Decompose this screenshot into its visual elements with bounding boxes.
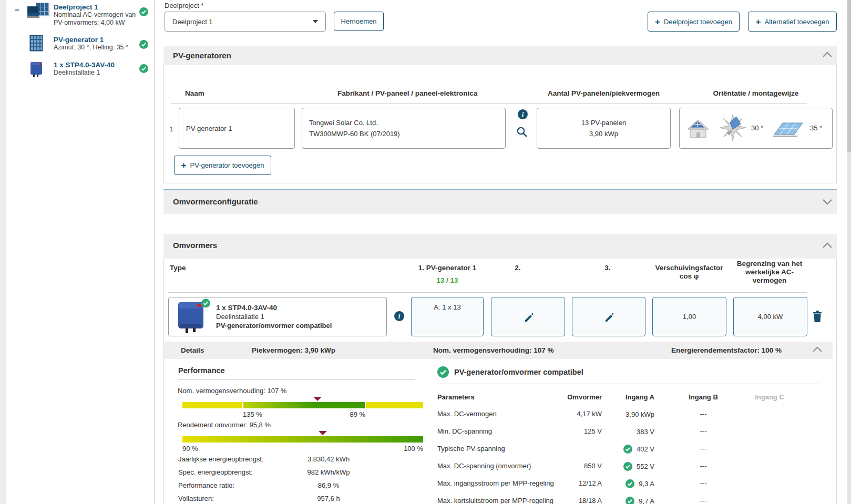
- info-icon[interactable]: i: [394, 311, 404, 321]
- deelproject-select[interactable]: Deelproject 1: [165, 12, 326, 32]
- col-type: Type: [170, 264, 186, 272]
- deelproject-label: Deelproject *: [165, 2, 203, 9]
- generator-name-input[interactable]: PV-generator 1: [179, 108, 295, 149]
- sidebar-item-subtitle: Deelinstallatie 1: [54, 69, 138, 77]
- peak-power-summary: Piekvermogen: 3,90 kWp: [252, 346, 335, 354]
- cosphi-box[interactable]: 1,00: [652, 297, 726, 336]
- add-alternative-label: Alternatief toevoegen: [765, 18, 829, 26]
- rename-button-label: Hernoemen: [341, 17, 377, 25]
- pencil-icon: [604, 312, 613, 322]
- panel-count-box[interactable]: 13 PV-panelen 3,90 kWp: [537, 108, 671, 149]
- metric-label: Performance ratio:: [178, 481, 234, 489]
- section-title: Omvormers: [173, 241, 217, 250]
- sidebar-item-title: Deelproject 1: [54, 3, 138, 11]
- azimuth-compass-icon: [719, 114, 747, 142]
- status-ok-icon: [139, 7, 148, 16]
- tilt-value: 35 °: [810, 124, 822, 132]
- inverter-type-title: 1 x STP4.0-3AV-40: [216, 303, 332, 312]
- metric-value: 86,9 %: [284, 481, 373, 489]
- pencil-icon: [524, 312, 533, 322]
- orientation-box[interactable]: 30 ° 35 °: [679, 108, 833, 149]
- info-icon[interactable]: i: [518, 109, 528, 119]
- input-b-box[interactable]: [491, 297, 565, 336]
- add-subproject-button[interactable]: + Deelproject toevoegen: [648, 12, 740, 32]
- chevron-down-icon[interactable]: [821, 197, 834, 208]
- details-bar[interactable]: Details Piekvermogen: 3,90 kWp Nom. verm…: [164, 342, 833, 359]
- inverter-config-section-header[interactable]: Omvormerconfiguratie: [163, 189, 837, 214]
- energy-factor-summary: Energierendementsfactor: 100 %: [671, 346, 782, 354]
- chevron-up-icon[interactable]: [812, 345, 823, 355]
- scrollbar-thumb[interactable]: [847, 0, 851, 152]
- metric-value: 3.830,42 kWh: [284, 455, 373, 463]
- inverter-subinstallation: Deelinstallatie 1: [216, 312, 332, 321]
- efficiency-gauge: [182, 436, 423, 443]
- sidebar-item-subtitle: PV-omvormers: 4,00 kW: [54, 19, 138, 27]
- power-ratio-gauge: [182, 402, 423, 408]
- pv-generators-section-header[interactable]: PV-generatoren: [163, 46, 837, 65]
- section-title: Omvormerconfiguratie: [173, 197, 258, 206]
- gauge-marker-icon: [319, 431, 327, 435]
- sidebar-item-inverter[interactable]: 1 x STP4.0-3AV-40 Deelinstallatie 1: [54, 61, 138, 77]
- ac-limit-box[interactable]: 4,00 kW: [733, 297, 807, 336]
- inverter-type-box[interactable]: 1 x STP4.0-3AV-40 Deelinstallatie 1 PV-g…: [168, 297, 387, 336]
- inverters-section-header[interactable]: Omvormers: [163, 234, 837, 259]
- cosphi-value: 1,00: [683, 313, 696, 321]
- sidebar-item-subtitle: Nominaal AC-vermogen van: [54, 11, 138, 19]
- left-scroll-strip[interactable]: [0, 0, 6, 504]
- check-icon: [626, 497, 634, 504]
- sidebar-item-deelproject[interactable]: Deelproject 1 Nominaal AC-vermogen van P…: [54, 3, 138, 27]
- generator-name-value: PV-generator 1: [186, 125, 232, 132]
- search-icon[interactable]: [516, 126, 528, 138]
- sidebar-item-subtitle: Azimut: 30 °; Helling: 35 °: [54, 44, 138, 52]
- project-tree: − Deelproject 1 Nominaal AC-vermogen van…: [6, 0, 155, 504]
- collapse-toggle[interactable]: −: [15, 5, 19, 14]
- chevron-up-icon[interactable]: [821, 241, 834, 252]
- metric-label: Spec. energieopbrengst:: [178, 468, 253, 476]
- roof-house-icon: [685, 116, 709, 141]
- plus-icon: +: [756, 17, 761, 26]
- inverter-small-icon: [26, 2, 50, 20]
- section-title: PV-generatoren: [173, 51, 231, 60]
- pv-module-icon: [29, 35, 43, 52]
- sidebar-item-title: PV-generator 1: [54, 36, 138, 44]
- col-generator1: 1. PV-generator 1: [405, 264, 489, 272]
- metric-label: Vollasturen:: [178, 495, 214, 502]
- check-icon: [623, 445, 632, 454]
- rename-button[interactable]: Hernoemen: [334, 12, 384, 31]
- chevron-up-icon[interactable]: [821, 50, 834, 61]
- deelproject-select-value: Deelproject 1: [172, 18, 213, 26]
- metric-value: 957,6 h: [284, 495, 373, 502]
- manufacturer-name: Tongwei Solar Co. Ltd.: [309, 119, 498, 127]
- check-icon: [626, 479, 634, 488]
- sidebar-item-pv-generator[interactable]: PV-generator 1 Azimut: 30 °; Helling: 35…: [54, 36, 138, 52]
- col-aantal: Aantal PV-panelen/piekvermogen: [537, 89, 671, 97]
- compat-title: PV-generator/omvormer compatibel: [454, 368, 583, 376]
- panel-count: 13 PV-panelen: [581, 119, 626, 127]
- azimuth-value: 30 °: [751, 124, 763, 132]
- svg-text:i: i: [522, 110, 524, 118]
- scrollbar[interactable]: [847, 0, 851, 504]
- panel-selector-box[interactable]: Tongwei Solar Co. Ltd. TW300MWP-60 BK (0…: [302, 108, 506, 149]
- col-2: 2.: [491, 264, 544, 272]
- add-alternative-button[interactable]: + Alternatief toevoegen: [748, 12, 837, 32]
- add-pv-generator-button[interactable]: + PV-generator toevoegen: [174, 156, 271, 175]
- plus-icon: +: [181, 161, 187, 170]
- metric-label: Jaarlijkse energieopbrengst:: [178, 455, 264, 463]
- inverter-compat-status: PV-generator/omvormer compatibel: [216, 321, 332, 330]
- panel-model: TW300MWP-60 BK (07/2019): [309, 130, 498, 138]
- param-row: Max. kortsluitstroom per MPP-regeling 18…: [437, 497, 820, 504]
- status-ok-icon: [139, 40, 148, 49]
- plus-icon: +: [655, 17, 660, 26]
- gauge-label: Rendement omvormer: 95,8 %: [178, 421, 271, 429]
- sidebar-item-title: 1 x STP4.0-3AV-40: [54, 61, 138, 69]
- inverter-photo-icon: [29, 61, 43, 78]
- trash-icon[interactable]: [812, 311, 823, 322]
- status-ok-icon: [139, 64, 148, 73]
- add-pv-generator-label: PV-generator toevoegen: [190, 161, 264, 169]
- input-c-box[interactable]: [572, 297, 645, 336]
- status-ok-icon: [201, 299, 210, 307]
- col-naam: Naam: [185, 89, 204, 97]
- string-config-box[interactable]: A: 1 x 13: [411, 297, 484, 336]
- param-row: Min. DC-spanning 125 V 383 V ---: [437, 427, 820, 438]
- string-config-value: A: 1 x 13: [434, 303, 460, 311]
